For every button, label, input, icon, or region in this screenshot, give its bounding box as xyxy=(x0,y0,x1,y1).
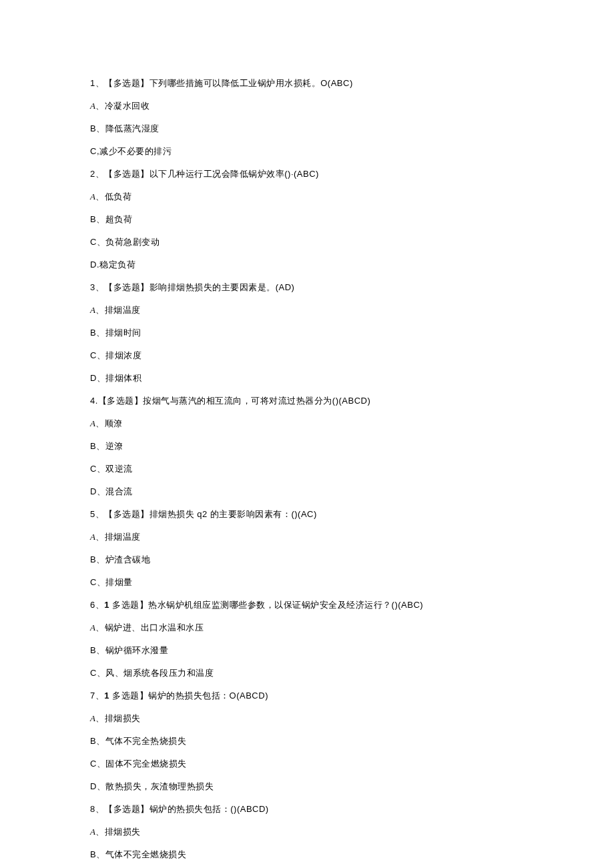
text-line: A、排烟温度 xyxy=(90,304,524,317)
text-line: B、超负荷 xyxy=(90,213,524,226)
text-line: B、降低蒸汽湿度 xyxy=(90,122,524,135)
text-line: 4.【多选题】按烟气与蒸汽的相互流向，可将对流过热器分为()(ABCD) xyxy=(90,394,524,408)
text-line: A、顺潦 xyxy=(90,417,524,430)
text-line: B、气体不完全燃烧损失 xyxy=(90,848,524,861)
text-line: 5、【多选题】排烟热损失 q2 的主要影响因素有：()(AC) xyxy=(90,508,524,521)
text-line: A、排烟损失 xyxy=(90,712,524,725)
text-line: A、排烟损失 xyxy=(90,825,524,839)
text-line: 2、【多选题】以下几种运行工况会降低锅炉效率()∙(ABC) xyxy=(90,167,524,181)
text-line: B、锅炉循环水潑量 xyxy=(90,644,524,657)
text-line: B、气体不完全热烧损失 xyxy=(90,735,524,748)
text-line: A、低负荷 xyxy=(90,190,524,203)
text-line: C、排烟量 xyxy=(90,576,524,589)
text-line: A、冷凝水回收 xyxy=(90,99,524,113)
text-line: C、固体不完全燃烧损失 xyxy=(90,757,524,771)
text-line: C、排烟浓度 xyxy=(90,349,524,362)
text-line: C、风、烟系统各段压力和温度 xyxy=(90,667,524,680)
text-line: D.稳定负荷 xyxy=(90,258,524,272)
text-line: D、散热损失，灰渣物理热损失 xyxy=(90,780,524,793)
text-line: B、逆潦 xyxy=(90,440,524,453)
text-line: 6、1 多选题】热水锅炉机组应监测哪些参数，以保证锅炉安全及经济运行？()(AB… xyxy=(90,598,524,612)
text-line: 8、【多选题】锅炉的热损失包括：()(ABCD) xyxy=(90,803,524,816)
text-line: 7、1 多选题】锅炉的热损失包括：O(ABCD) xyxy=(90,689,524,703)
text-line: B、炉渣含碳地 xyxy=(90,553,524,566)
text-line: 1、【多选题】下列哪些措施可以降低工业锅炉用水损耗。O(ABC) xyxy=(90,77,524,90)
text-line: C,减少不必要的排污 xyxy=(90,145,524,158)
text-line: C、双逆流 xyxy=(90,462,524,476)
text-line: A、排烟温度 xyxy=(90,530,524,544)
document-body: 1、【多选题】下列哪些措施可以降低工业锅炉用水损耗。O(ABC)A、冷凝水回收B… xyxy=(90,77,524,868)
text-line: B、排烟时间 xyxy=(90,326,524,340)
text-line: 3、【多选题】影响排烟热损失的主要因素是。(AD) xyxy=(90,281,524,294)
text-line: C、负荷急剧变动 xyxy=(90,236,524,249)
text-line: A、锅炉进、出口水温和水压 xyxy=(90,621,524,634)
text-line: D、排烟体积 xyxy=(90,372,524,385)
text-line: D、混合流 xyxy=(90,485,524,498)
